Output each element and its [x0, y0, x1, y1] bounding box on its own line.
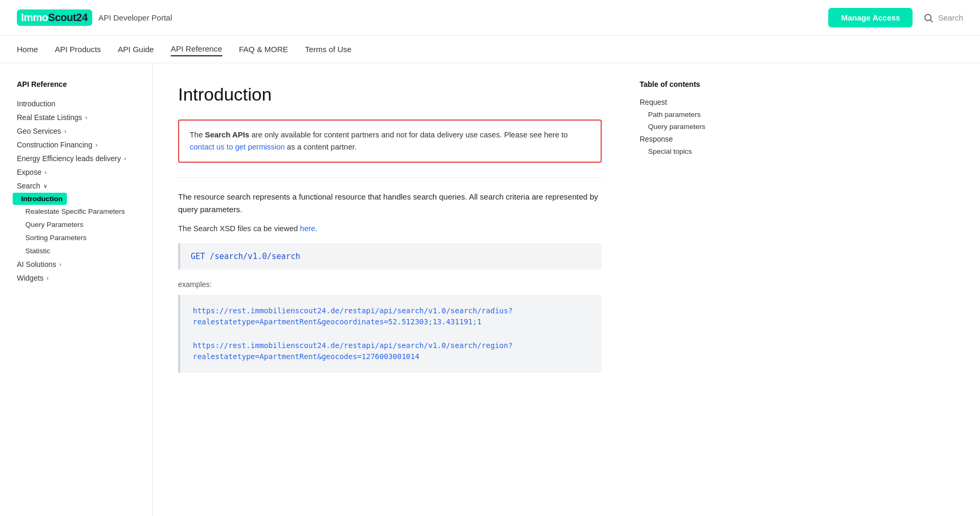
main-content: Introduction The Search APIs are only av…: [153, 63, 627, 516]
nav-item-terms[interactable]: Terms of Use: [305, 43, 351, 56]
xsd-text-before: The Search XSD files ca be viewed: [178, 224, 300, 233]
manage-access-button[interactable]: Manage Access: [828, 8, 913, 27]
svg-line-1: [930, 19, 933, 22]
nav-item-faq[interactable]: FAQ & MORE: [239, 43, 288, 56]
toc-item-request[interactable]: Request: [640, 96, 730, 108]
sidebar-item-construction[interactable]: Construction Financing ›: [17, 138, 140, 152]
chevron-right-icon: ›: [47, 275, 49, 281]
sidebar-item-search-introduction[interactable]: Introduction: [13, 193, 67, 205]
nav-item-api-guide[interactable]: API Guide: [118, 43, 154, 56]
toc-item-response[interactable]: Response: [640, 133, 730, 145]
search-icon: [923, 13, 934, 23]
header: Immo Scout 24 API Developer Portal Manag…: [0, 0, 980, 36]
notice-link[interactable]: contact us to get permission: [190, 143, 285, 151]
sidebar-item-energy[interactable]: Energy Efficiency leads delivery ›: [17, 152, 140, 165]
xsd-link[interactable]: here: [300, 224, 315, 233]
divider: [178, 177, 602, 178]
sidebar: API Reference Introduction Real Estate L…: [0, 63, 153, 516]
get-endpoint-block: GET /search/v1.0/search: [178, 243, 602, 270]
search-area[interactable]: Search: [923, 13, 963, 23]
xsd-text: The Search XSD files ca be viewed here.: [178, 224, 602, 233]
nav-item-home[interactable]: Home: [17, 43, 38, 56]
examples-block: https://rest.immobilienscout24.de/restap…: [178, 295, 602, 373]
notice-box: The Search APIs are only available for c…: [178, 120, 602, 163]
sidebar-item-statistic[interactable]: Statistic: [17, 244, 140, 257]
get-endpoint-label: GET /search/v1.0/search: [191, 252, 300, 261]
logo-box[interactable]: Immo Scout 24: [17, 9, 92, 26]
notice-link-after: as a content partner.: [285, 143, 357, 151]
search-label: Search: [938, 13, 963, 22]
logo-immo: Immo: [21, 12, 48, 24]
example-url-2[interactable]: https://rest.immobilienscout24.de/restap…: [193, 340, 589, 362]
notice-text-after: are only available for content partners …: [249, 131, 568, 139]
sidebar-item-widgets[interactable]: Widgets ›: [17, 271, 140, 285]
chevron-right-icon: ›: [60, 261, 62, 267]
sidebar-item-expose[interactable]: Expose ›: [17, 165, 140, 179]
example-url-1[interactable]: https://rest.immobilienscout24.de/restap…: [193, 305, 589, 328]
sidebar-title: API Reference: [17, 80, 140, 88]
main-layout: API Reference Introduction Real Estate L…: [0, 63, 980, 516]
svg-point-0: [925, 14, 932, 21]
nav-item-api-reference[interactable]: API Reference: [171, 42, 222, 56]
sidebar-item-sorting-params[interactable]: Sorting Parameters: [17, 231, 140, 244]
nav-item-api-products[interactable]: API Products: [55, 43, 101, 56]
notice-text-before: The: [190, 131, 205, 139]
chevron-right-icon: ›: [45, 169, 47, 175]
sidebar-item-real-estate[interactable]: Real Estate Listings ›: [17, 111, 140, 124]
portal-label: API Developer Portal: [99, 13, 172, 22]
notice-bold: Search APIs: [205, 131, 249, 139]
body-paragraph: The resource search represents a functio…: [178, 191, 602, 216]
logo-area: Immo Scout 24 API Developer Portal: [17, 9, 172, 26]
chevron-right-icon: ›: [124, 155, 126, 162]
chevron-right-icon: ›: [85, 114, 87, 121]
xsd-text-after: .: [315, 224, 317, 233]
logo-scout: Scout: [48, 12, 76, 24]
navbar: Home API Products API Guide API Referenc…: [0, 36, 980, 63]
sidebar-item-geo-services[interactable]: Geo Services ›: [17, 124, 140, 138]
chevron-right-icon: ›: [95, 142, 97, 148]
toc-item-path-parameters[interactable]: Path parameters: [640, 108, 730, 121]
examples-label: examples:: [178, 280, 602, 289]
chevron-down-icon: ∨: [43, 183, 47, 190]
toc: Table of contents Request Path parameter…: [627, 63, 743, 516]
toc-item-special-topics[interactable]: Special topics: [640, 145, 730, 157]
page-title: Introduction: [178, 84, 602, 105]
toc-item-query-parameters[interactable]: Query parameters: [640, 121, 730, 133]
sidebar-item-query-params[interactable]: Query Parameters: [17, 218, 140, 231]
chevron-right-icon: ›: [64, 128, 66, 134]
header-right: Manage Access Search: [828, 8, 963, 27]
sidebar-item-realestate-params[interactable]: Realestate Specific Parameters: [17, 205, 140, 218]
sidebar-item-ai-solutions[interactable]: AI Solutions ›: [17, 257, 140, 271]
sidebar-item-search[interactable]: Search ∨: [17, 179, 140, 193]
logo-24: 24: [76, 12, 87, 24]
sidebar-item-introduction[interactable]: Introduction: [17, 97, 140, 111]
toc-title: Table of contents: [640, 80, 730, 88]
